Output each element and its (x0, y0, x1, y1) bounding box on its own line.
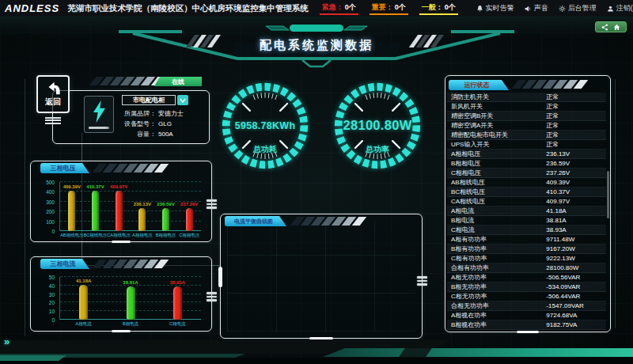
cabinet-selector-toggle[interactable] (177, 95, 188, 105)
row-label: BC相线电压 (451, 188, 546, 196)
gridline (60, 221, 201, 222)
row-label: C相电流 (451, 226, 546, 234)
table-row: 合相无功功率-1547.09VAR (447, 301, 606, 311)
row-value: 正常 (546, 131, 602, 139)
table-row: B相电流38.81A (447, 216, 606, 226)
device-fields: 所属品牌：安德力士设备型号：GLG容量：500A (113, 108, 184, 139)
share-icon[interactable] (601, 20, 608, 34)
curve-panel-tab: 电流平衡曲线图 (225, 216, 286, 226)
row-value: 236.13V (546, 150, 602, 157)
alarm-label: 重要： (372, 2, 393, 13)
row-value: 410.37V (546, 188, 602, 195)
table-row: A相无功功率-506.56VAR (447, 273, 606, 282)
y-tick-label: 30 (35, 292, 57, 298)
alarm-indicator-2[interactable]: 一般：0个 (419, 2, 458, 15)
bar (116, 191, 123, 231)
row-label: B相相电压 (451, 159, 546, 168)
bar-value-label: 409.97V (110, 184, 127, 189)
connector-ladder (45, 116, 61, 125)
row-label: B相视在功率 (451, 320, 546, 329)
row-value: 9182.75VA (546, 321, 602, 328)
home-icon[interactable] (613, 20, 620, 34)
alarm-label: 一般： (422, 2, 443, 13)
row-value: 正常 (546, 112, 602, 120)
x-category-label: B相电流 (123, 321, 138, 327)
table-row: 合相有功功率28100.80W (447, 264, 606, 273)
y-tick-label: 0 (35, 229, 57, 234)
empty-curve-plot (227, 221, 415, 332)
current-chart: 三相电流 01020304050 41.18AA相电流38.81AB相电流38.… (30, 256, 212, 332)
field-value: 500A (158, 129, 173, 139)
bar-value-label: 236.13V (134, 202, 151, 207)
y-tick-label: 400 (35, 189, 57, 195)
y-tick-label: 40 (35, 283, 57, 289)
left-rail (25, 79, 25, 336)
row-value: 9222.13W (546, 255, 602, 262)
table-row: B相无功功率-534.09VAR (447, 282, 606, 292)
bar-value-label: 41.18A (76, 279, 91, 283)
field-label: 设备型号： (113, 119, 156, 129)
x-category-label: B相相电压 (156, 233, 176, 238)
table-row: CA相线电压409.97V (447, 197, 606, 207)
table-row: 消防主机开关正常 (447, 93, 606, 102)
row-value: 409.97V (546, 198, 602, 205)
y-tick-label: 200 (35, 209, 57, 214)
bar-value-label: 38.81A (123, 280, 138, 285)
field-label: 所属品牌： (113, 108, 156, 119)
online-status-badge: 在线 (154, 77, 202, 86)
cabinet-selector-value: 市电配电柜 (133, 96, 165, 104)
table-row: 精密配电柜市电开关正常 (447, 131, 606, 140)
bar-value-label: 236.59V (157, 202, 174, 207)
row-value: 正常 (546, 121, 602, 130)
voltage-y-axis: 0100200300400500 (35, 182, 57, 231)
table-row: A相有功功率9711.48W (447, 235, 606, 245)
back-button[interactable]: 返回 (36, 75, 70, 113)
scrollbar-handle[interactable] (517, 331, 539, 334)
quick-actions (595, 21, 627, 32)
bar (92, 191, 99, 231)
table-row: A相相电压236.13V (447, 150, 606, 159)
row-value: 正常 (546, 93, 602, 101)
cabinet-selector[interactable]: 市电配电柜 (122, 95, 176, 105)
back-button-label: 返回 (45, 97, 61, 108)
device-info-panel: 市电配电柜 所属品牌：安德力士设备型号：GLG容量：500A (52, 90, 210, 144)
hazard-stripes (96, 164, 165, 173)
menu-gear[interactable]: 后台管理 (559, 3, 597, 13)
menu-speaker[interactable]: 声音 (525, 3, 548, 13)
current-plot: 41.18AA相电流38.81AB相电流38.93AC相电流 (59, 277, 201, 320)
x-category-label: A相相电压 (132, 233, 153, 238)
right-rail (615, 79, 616, 328)
row-label: A相相电压 (451, 150, 546, 158)
alarm-list: 紧急：0个重要：0个一般：0个 (309, 2, 458, 15)
alarm-indicator-0[interactable]: 紧急：0个 (320, 2, 358, 15)
panel-notch (112, 330, 131, 333)
curve-panel-title: 电流平衡曲线图 (234, 218, 273, 226)
alarm-indicator-1[interactable]: 重要：0个 (370, 2, 408, 15)
current-y-axis: 01020304050 (35, 277, 57, 320)
bar-value-label: 237.26V (180, 202, 198, 207)
footer-teal-wedge (0, 355, 66, 361)
menu-bell[interactable]: 实时告警 (476, 3, 514, 13)
table-row: B相视在功率9182.75VA (447, 320, 606, 330)
panel-notch (112, 241, 131, 244)
bar (173, 286, 182, 320)
table-row: C相相电压237.26V (447, 169, 606, 178)
bar-value-label: 38.93A (170, 280, 185, 285)
vertical-scrollbar[interactable] (607, 171, 609, 218)
x-category-label: BC相线电压 (84, 233, 108, 238)
system-title: 芜湖市职业技术学院（南陵校区）中心机房环境监控集中管理系统 (67, 3, 309, 14)
row-value: 正常 (546, 102, 602, 111)
hazard-stripes (93, 77, 162, 85)
field-value: GLG (158, 119, 172, 129)
device-field: 设备型号：GLG (113, 119, 184, 129)
pipe-connector (207, 290, 217, 303)
row-label: 消防主机开关 (451, 93, 546, 101)
frame-bracket (218, 267, 222, 287)
status-panel-tab: 运行状态 (449, 80, 509, 90)
menu-logout[interactable]: 注销(admin (607, 3, 633, 13)
voltage-panel-title: 三相电压 (51, 164, 76, 173)
expand-chevrons[interactable]: » (4, 336, 9, 347)
row-value: 9167.20W (546, 245, 602, 252)
x-category-label: C相相电压 (179, 233, 199, 238)
topbar: ANDLESS 芜湖市职业技术学院（南陵校区）中心机房环境监控集中管理系统 紧急… (0, 0, 633, 17)
